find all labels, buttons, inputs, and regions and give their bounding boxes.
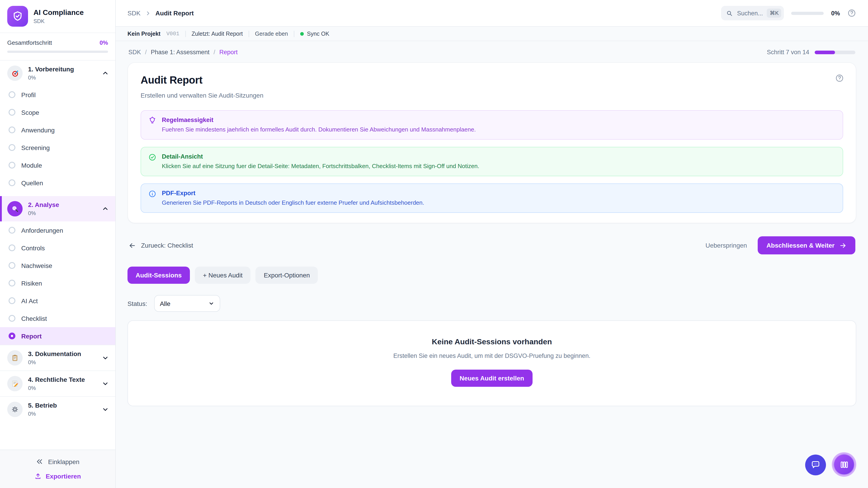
step-radio	[8, 180, 16, 186]
sidebar-item-anwendung[interactable]: Anwendung	[0, 121, 115, 139]
sidebar-item-checklist[interactable]: Checklist	[0, 310, 115, 327]
chevron-down-icon	[102, 406, 109, 413]
step-label: Schritt 7 von 14	[767, 49, 809, 56]
info-box-text: Generieren Sie PDF-Reports in Deutsch od…	[162, 199, 424, 206]
gear-icon	[7, 402, 23, 417]
breadcrumb-root[interactable]: SDK	[128, 49, 141, 56]
statusbar: Kein Projekt V001 Zuletzt: Audit Report …	[116, 27, 868, 41]
export-label: Exportieren	[46, 473, 81, 480]
tab-audit-sessions[interactable]: Audit-Sessions	[127, 267, 190, 284]
step-radio-active	[8, 332, 16, 339]
step-progress-fill	[815, 51, 835, 54]
tab-neues-audit[interactable]: + Neues Audit	[195, 267, 251, 284]
back-label: Zurueck: Checklist	[141, 242, 193, 249]
board-view-fab-button[interactable]	[833, 454, 855, 475]
section-label: 4. Rechtliche Texte	[28, 376, 96, 383]
export-button[interactable]: Exportieren	[7, 473, 108, 480]
magnifier-icon	[7, 201, 23, 217]
breadcrumb-current: Report	[219, 49, 238, 56]
tab-export-optionen[interactable]: Export-Optionen	[256, 267, 318, 284]
help-icon[interactable]	[847, 8, 856, 18]
step-radio	[8, 127, 16, 133]
breadcrumb-current: Audit Report	[156, 9, 194, 17]
app-title: AI Compliance	[33, 8, 84, 17]
project-name: Kein Projekt	[127, 31, 160, 37]
status-filter-select[interactable]: Alle	[154, 295, 220, 312]
divider	[294, 31, 294, 37]
status-filter-label: Status:	[127, 300, 147, 307]
check-circle-icon	[148, 153, 156, 161]
next-label: Abschliessen & Weiter	[767, 242, 835, 249]
sidebar-section-analyse[interactable]: 2. Analyse 0%	[0, 196, 115, 221]
info-box-text: Klicken Sie auf eine Sitzung fuer die De…	[162, 163, 479, 169]
memo-icon	[7, 376, 23, 391]
status-filter-value: Alle	[160, 300, 170, 307]
section-percent: 0%	[28, 385, 96, 391]
sidebar-item-nachweise[interactable]: Nachweise	[0, 257, 115, 274]
sidebar: AI Compliance SDK Gesamtfortschritt 0%	[0, 0, 116, 488]
create-audit-button[interactable]: Neues Audit erstellen	[451, 369, 532, 387]
chat-fab-button[interactable]	[805, 455, 826, 475]
sidebar-item-report[interactable]: Report	[0, 327, 115, 345]
skip-button[interactable]: Ueberspringen	[706, 242, 747, 249]
sidebar-item-scope[interactable]: Scope	[0, 103, 115, 121]
topbar-breadcrumb: SDK Audit Report	[127, 9, 194, 17]
chevron-down-icon	[208, 300, 214, 306]
main-area: SDK Audit Report Suchen... ⌘K 0%	[116, 0, 868, 488]
chevron-down-icon	[102, 380, 109, 387]
sidebar-item-risiken[interactable]: Risiken	[0, 274, 115, 292]
info-box-title: Detail-Ansicht	[162, 153, 479, 160]
version-badge: V001	[166, 31, 180, 37]
step-radio	[8, 91, 16, 98]
section-label: 2. Analyse	[28, 201, 96, 208]
sync-ok-dot	[300, 32, 304, 35]
sidebar-item-screening[interactable]: Screening	[0, 139, 115, 156]
info-box-text: Fuehren Sie mindestens jaehrlich ein for…	[162, 126, 476, 133]
divider	[249, 31, 249, 37]
collapse-label: Einklappen	[48, 458, 80, 465]
page-subtitle: Erstellen und verwalten Sie Audit-Sitzun…	[141, 92, 843, 99]
collapse-icon	[36, 458, 43, 465]
overall-progress: Gesamtfortschritt 0%	[0, 33, 115, 61]
section-percent: 0%	[28, 74, 96, 80]
topbar-progress-value: 0%	[831, 10, 840, 17]
sidebar-section-rechtliche-texte[interactable]: 4. Rechtliche Texte 0%	[0, 370, 115, 396]
app-subtitle: SDK	[33, 18, 84, 24]
breadcrumb-root[interactable]: SDK	[127, 9, 141, 17]
step-radio	[8, 144, 16, 151]
sidebar-item-anforderungen[interactable]: Anforderungen	[0, 221, 115, 239]
page-title: Audit Report	[141, 74, 843, 86]
sidebar-item-module[interactable]: Module	[0, 156, 115, 174]
sidebar-section-vorbereitung[interactable]: 1. Vorbereitung 0%	[0, 61, 115, 86]
columns-icon	[839, 460, 849, 469]
sidebar-item-quellen[interactable]: Quellen	[0, 174, 115, 192]
sidebar-footer: Einklappen Exportieren	[0, 450, 115, 488]
page-breadcrumb: SDK / Phase 1: Assessment / Report	[128, 49, 238, 56]
sidebar-item-controls[interactable]: Controls	[0, 239, 115, 257]
upload-icon	[34, 473, 41, 480]
clipboard-icon	[7, 350, 23, 365]
section-label: 5. Betrieb	[28, 402, 96, 409]
info-circle-icon	[148, 190, 156, 198]
info-box-title: Regelmaessigkeit	[162, 117, 476, 123]
sidebar-section-betrieb[interactable]: 5. Betrieb 0%	[0, 396, 115, 422]
sync-label: Sync OK	[307, 31, 329, 37]
collapse-sidebar-button[interactable]: Einklappen	[7, 458, 108, 465]
help-icon[interactable]	[835, 74, 844, 83]
search-input[interactable]: Suchen... ⌘K	[721, 6, 784, 20]
complete-next-button[interactable]: Abschliessen & Weiter	[758, 236, 855, 254]
section-percent: 0%	[28, 210, 96, 216]
breadcrumb-phase[interactable]: Phase 1: Assessment	[151, 49, 210, 56]
sidebar-section-dokumentation[interactable]: 3. Dokumentation 0%	[0, 345, 115, 370]
search-shortcut-badge: ⌘K	[767, 8, 781, 18]
step-radio	[8, 109, 16, 116]
step-progress: Schritt 7 von 14	[767, 49, 855, 56]
topbar-progress-bar	[792, 11, 824, 15]
search-icon	[726, 10, 733, 17]
sidebar-item-profil[interactable]: Profil	[0, 86, 115, 103]
step-radio	[8, 262, 16, 269]
sync-status: Sync OK	[300, 31, 329, 37]
back-button[interactable]: Zurueck: Checklist	[128, 241, 193, 249]
sidebar-item-ai-act[interactable]: AI Act	[0, 292, 115, 310]
chevron-up-icon	[102, 70, 109, 77]
